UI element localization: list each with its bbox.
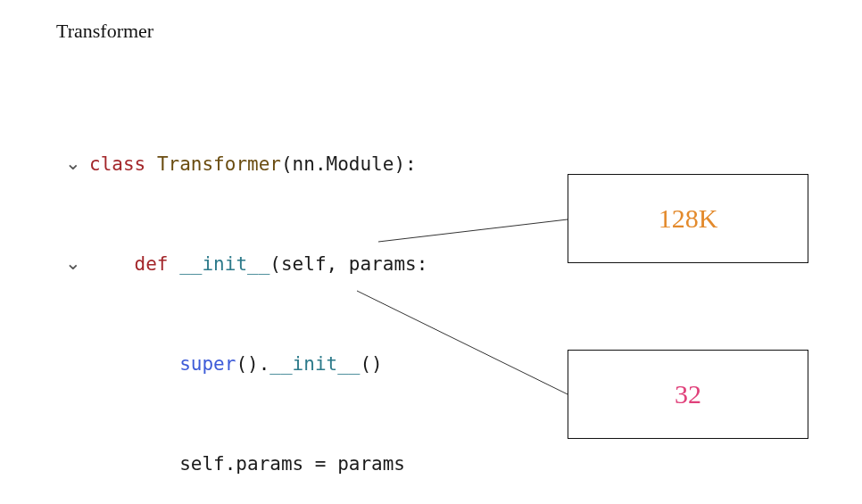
callout-value: 32 bbox=[675, 379, 701, 409]
diagram-title: Transformer bbox=[56, 20, 153, 43]
class-name: Transformer bbox=[157, 146, 281, 182]
callout-value: 128K bbox=[659, 203, 718, 234]
code-text: self.params = params bbox=[179, 446, 405, 482]
keyword-class: class bbox=[89, 146, 145, 182]
code-line-1: ⌄ class Transformer(nn.Module): bbox=[57, 146, 446, 182]
code-line-4: self.params = params bbox=[57, 446, 446, 482]
callout-n-layers: 32 bbox=[568, 350, 808, 439]
fold-chevron-icon[interactable]: ⌄ bbox=[57, 146, 89, 182]
code-text: () bbox=[360, 346, 382, 382]
fold-chevron-icon[interactable]: ⌄ bbox=[57, 246, 89, 282]
code-block: ⌄ class Transformer(nn.Module): ⌄ def __… bbox=[57, 82, 446, 504]
gutter-blank bbox=[57, 346, 89, 382]
code-text: (nn.Module): bbox=[281, 146, 417, 182]
code-line-2: ⌄ def __init__(self, params: bbox=[57, 246, 446, 282]
callout-vocab-size: 128K bbox=[568, 174, 808, 263]
code-text: (self, params: bbox=[269, 246, 427, 282]
gutter-blank bbox=[57, 446, 89, 482]
builtin-super: super bbox=[179, 346, 236, 382]
code-line-3: super().__init__() bbox=[57, 346, 446, 382]
code-text: (). bbox=[236, 346, 269, 382]
keyword-def: def bbox=[135, 246, 169, 282]
method-name: __init__ bbox=[269, 346, 360, 382]
method-name: __init__ bbox=[179, 246, 269, 282]
